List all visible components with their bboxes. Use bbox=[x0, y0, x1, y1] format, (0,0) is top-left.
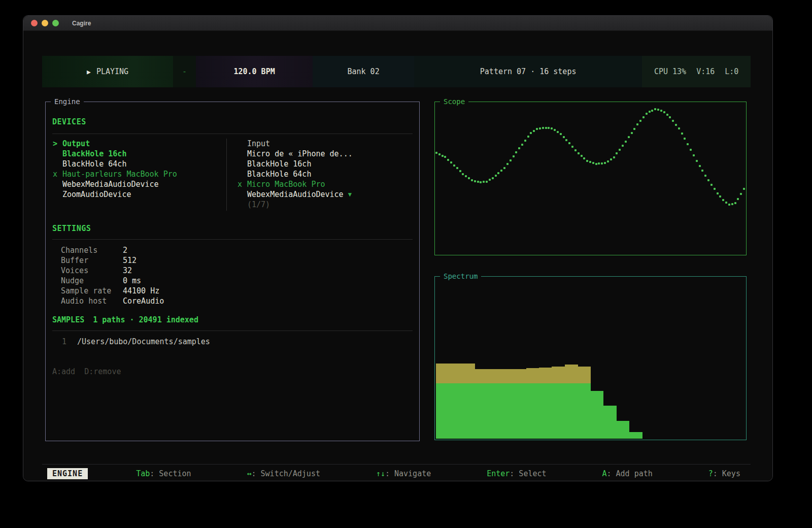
play-icon: ▶ bbox=[87, 68, 91, 76]
hint-section: Tab: Section bbox=[136, 469, 191, 478]
scope-sample-dot bbox=[456, 167, 458, 169]
setting-label: Voices bbox=[61, 266, 123, 276]
scope-sample-dot bbox=[622, 145, 624, 147]
input-device-item[interactable]: WebexMediaAudioDevice▼ bbox=[238, 189, 353, 200]
device-label: BlackHole 16ch bbox=[247, 159, 311, 169]
setting-row-nudge[interactable]: Nudge0 ms bbox=[61, 276, 164, 286]
scope-sample-dot bbox=[642, 116, 645, 118]
device-label: WebexMediaAudioDevice bbox=[247, 189, 344, 200]
scope-sample-dot bbox=[578, 152, 580, 154]
scope-sample-dot bbox=[536, 128, 538, 130]
device-label: BlackHole 16ch bbox=[62, 149, 126, 159]
scope-sample-dot bbox=[500, 170, 502, 172]
hint-action: : Select bbox=[510, 469, 546, 478]
setting-row-buffer[interactable]: Buffer512 bbox=[61, 255, 164, 266]
minimize-button[interactable] bbox=[42, 20, 48, 26]
engine-panel-title: Engine bbox=[51, 97, 84, 106]
settings-divider bbox=[52, 239, 413, 240]
output-list-header[interactable]: >Output bbox=[53, 139, 177, 149]
output-device-item[interactable]: BlackHole 16ch bbox=[53, 149, 177, 159]
device-label: Micro MacBook Pro bbox=[247, 179, 325, 189]
hint-key: ↑↓ bbox=[376, 469, 385, 478]
scope-sample-dot bbox=[613, 156, 615, 158]
input-list-pager: (1/7) bbox=[238, 200, 353, 210]
level-bar bbox=[500, 383, 514, 439]
output-device-item[interactable]: WebexMediaAudioDevice bbox=[53, 179, 177, 189]
scope-sample-dot bbox=[568, 142, 570, 144]
output-device-item[interactable]: BlackHole 64ch bbox=[53, 159, 177, 169]
scope-sample-dot bbox=[444, 156, 446, 158]
marker-spacer bbox=[238, 189, 247, 200]
setting-row-channels[interactable]: Channels2 bbox=[61, 245, 164, 255]
scope-sample-dot bbox=[628, 136, 630, 138]
scope-sample-dot bbox=[489, 179, 491, 181]
scope-sample-dot bbox=[710, 184, 713, 186]
scope-sample-dot bbox=[589, 161, 591, 163]
path-value: /Users/bubo/Documents/samples bbox=[77, 337, 210, 347]
scope-sample-dot bbox=[435, 152, 437, 154]
hint-key: A bbox=[602, 469, 606, 478]
scope-sample-dot bbox=[684, 138, 686, 140]
path-index: 1 bbox=[62, 337, 77, 347]
hint-action: : Navigate bbox=[385, 469, 431, 478]
scope-sample-dot bbox=[625, 141, 627, 143]
marker-spacer bbox=[53, 149, 62, 159]
pattern-display: Pattern 07 · 16 steps bbox=[414, 56, 642, 87]
scope-sample-dot bbox=[459, 170, 461, 172]
marker-spacer bbox=[53, 189, 62, 200]
scope-sample-dot bbox=[524, 140, 526, 142]
scope-sample-dot bbox=[495, 175, 497, 177]
setting-value: 32 bbox=[123, 266, 132, 276]
level-bar bbox=[436, 383, 449, 439]
scope-sample-dot bbox=[581, 155, 583, 157]
scope-sample-dot bbox=[663, 111, 665, 113]
maximize-button[interactable] bbox=[52, 20, 59, 26]
input-device-item[interactable]: Micro de « iPhone de... bbox=[238, 149, 353, 159]
scope-sample-dot bbox=[474, 180, 476, 182]
setting-row-voices[interactable]: Voices32 bbox=[61, 266, 164, 276]
level-bar bbox=[603, 406, 617, 439]
setting-row-audio-host[interactable]: Audio hostCoreAudio bbox=[61, 296, 164, 306]
scope-sample-dot bbox=[583, 157, 585, 159]
scope-sample-dot bbox=[719, 195, 721, 197]
output-device-item[interactable]: ZoomAudioDevice bbox=[53, 189, 177, 200]
setting-value: CoreAudio bbox=[123, 296, 164, 306]
beat-indicator: - bbox=[173, 56, 196, 87]
sample-path-row[interactable]: 1/Users/bubo/Documents/samples bbox=[62, 337, 210, 347]
scope-sample-dot bbox=[714, 188, 716, 190]
scope-sample-dot bbox=[515, 151, 517, 153]
settings-heading: SETTINGS bbox=[52, 224, 91, 233]
device-label: Input bbox=[247, 139, 270, 149]
stats-display: CPU 13% V:16 L:0 bbox=[642, 56, 751, 87]
transport-bar: ▶ PLAYING - 120.0 BPM Bank 02 Pattern 07… bbox=[42, 56, 751, 87]
scope-sample-dot bbox=[506, 163, 509, 165]
input-device-item[interactable]: xMicro MacBook Pro bbox=[238, 179, 353, 189]
app-window: Cagire ▶ PLAYING - 120.0 BPM Bank 02 Pat… bbox=[23, 15, 773, 481]
scope-sample-dot bbox=[453, 164, 455, 167]
device-label: (1/7) bbox=[247, 200, 270, 210]
scope-sample-dot bbox=[646, 113, 648, 115]
scope-waveform bbox=[435, 102, 746, 255]
input-device-item[interactable]: BlackHole 64ch bbox=[238, 169, 353, 179]
hint-switch-adjust: ↔: Switch/Adjust bbox=[247, 469, 320, 478]
scope-sample-dot bbox=[438, 153, 441, 155]
scope-sample-dot bbox=[510, 159, 512, 161]
scope-sample-dot bbox=[610, 158, 612, 160]
setting-value: 2 bbox=[123, 245, 127, 255]
hint-key: Tab bbox=[136, 469, 150, 478]
output-device-item[interactable]: xHaut-parleurs MacBook Pro bbox=[53, 169, 177, 179]
close-button[interactable] bbox=[31, 20, 38, 26]
devices-divider bbox=[52, 134, 413, 134]
hint-key: Enter bbox=[487, 469, 510, 478]
input-list-header[interactable]: Input bbox=[238, 139, 353, 149]
scope-sample-dot bbox=[486, 181, 488, 183]
scope-sample-dot bbox=[669, 116, 671, 118]
scope-sample-dot bbox=[639, 120, 641, 122]
hint-add-path: A: Add path bbox=[602, 469, 652, 478]
input-device-item[interactable]: BlackHole 16ch bbox=[238, 159, 353, 169]
scope-sample-dot bbox=[462, 173, 464, 175]
scope-sample-dot bbox=[542, 127, 544, 129]
setting-row-sample-rate[interactable]: Sample rate44100 Hz bbox=[61, 286, 164, 296]
scope-sample-dot bbox=[539, 127, 541, 129]
spectrum-panel: Spectrum bbox=[434, 276, 747, 440]
